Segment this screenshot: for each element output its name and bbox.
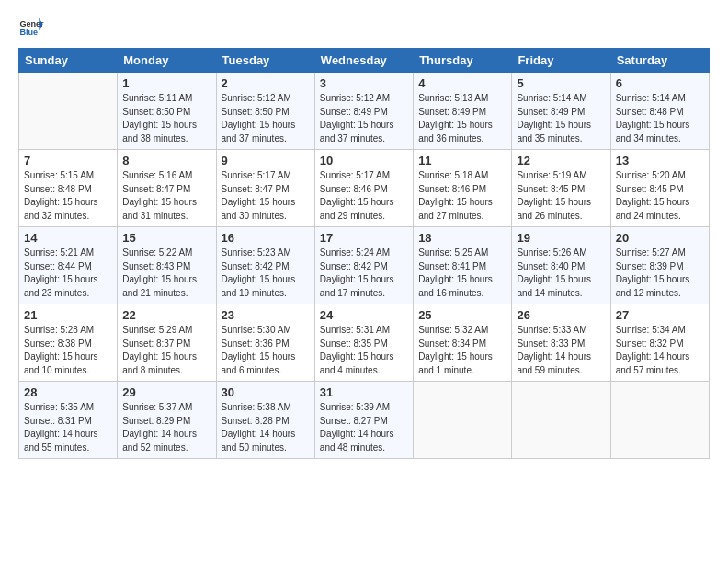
day-number: 8 xyxy=(122,154,210,167)
day-number: 19 xyxy=(517,231,605,245)
weekday-header: Friday xyxy=(512,49,610,73)
day-info: Sunrise: 5:24 AM Sunset: 8:42 PM Dayligh… xyxy=(320,247,408,300)
calendar-cell xyxy=(414,382,512,459)
calendar-cell: 13Sunrise: 5:20 AM Sunset: 8:45 PM Dayli… xyxy=(610,150,709,227)
day-info: Sunrise: 5:32 AM Sunset: 8:34 PM Dayligh… xyxy=(418,324,506,377)
calendar-cell: 10Sunrise: 5:17 AM Sunset: 8:46 PM Dayli… xyxy=(314,150,413,227)
calendar-cell: 20Sunrise: 5:27 AM Sunset: 8:39 PM Dayli… xyxy=(610,227,709,304)
svg-text:Blue: Blue xyxy=(19,28,38,37)
calendar-cell: 15Sunrise: 5:22 AM Sunset: 8:43 PM Dayli… xyxy=(118,227,216,304)
day-number: 1 xyxy=(122,76,210,90)
day-info: Sunrise: 5:18 AM Sunset: 8:46 PM Dayligh… xyxy=(418,169,506,223)
day-number: 2 xyxy=(222,76,310,90)
day-number: 16 xyxy=(222,231,310,245)
day-info: Sunrise: 5:17 AM Sunset: 8:47 PM Dayligh… xyxy=(222,169,310,223)
calendar-cell: 2Sunrise: 5:12 AM Sunset: 8:50 PM Daylig… xyxy=(216,73,314,150)
day-number: 5 xyxy=(517,76,605,90)
calendar-cell: 30Sunrise: 5:38 AM Sunset: 8:28 PM Dayli… xyxy=(216,382,314,459)
calendar-cell xyxy=(19,73,118,150)
day-info: Sunrise: 5:16 AM Sunset: 8:47 PM Dayligh… xyxy=(122,169,210,223)
calendar-cell: 31Sunrise: 5:39 AM Sunset: 8:27 PM Dayli… xyxy=(314,382,413,459)
day-info: Sunrise: 5:38 AM Sunset: 8:28 PM Dayligh… xyxy=(222,401,310,454)
day-number: 9 xyxy=(222,154,310,167)
day-info: Sunrise: 5:25 AM Sunset: 8:41 PM Dayligh… xyxy=(418,247,506,300)
day-info: Sunrise: 5:23 AM Sunset: 8:42 PM Dayligh… xyxy=(222,247,310,300)
calendar-cell: 28Sunrise: 5:35 AM Sunset: 8:31 PM Dayli… xyxy=(19,382,118,459)
day-number: 26 xyxy=(517,308,605,322)
day-info: Sunrise: 5:33 AM Sunset: 8:33 PM Dayligh… xyxy=(517,324,605,377)
day-number: 23 xyxy=(222,308,310,322)
day-info: Sunrise: 5:27 AM Sunset: 8:39 PM Dayligh… xyxy=(616,247,704,300)
calendar-cell xyxy=(610,382,709,459)
day-number: 31 xyxy=(320,385,408,399)
calendar-cell: 26Sunrise: 5:33 AM Sunset: 8:33 PM Dayli… xyxy=(512,304,610,382)
day-info: Sunrise: 5:31 AM Sunset: 8:35 PM Dayligh… xyxy=(320,324,408,377)
weekday-header: Tuesday xyxy=(216,49,314,73)
calendar-cell: 24Sunrise: 5:31 AM Sunset: 8:35 PM Dayli… xyxy=(314,304,413,382)
day-number: 24 xyxy=(320,308,408,322)
day-info: Sunrise: 5:35 AM Sunset: 8:31 PM Dayligh… xyxy=(24,401,112,454)
day-info: Sunrise: 5:29 AM Sunset: 8:37 PM Dayligh… xyxy=(122,324,210,377)
weekday-header: Wednesday xyxy=(314,49,413,73)
day-number: 3 xyxy=(320,76,408,90)
calendar-header-row: SundayMondayTuesdayWednesdayThursdayFrid… xyxy=(19,49,710,73)
day-number: 15 xyxy=(122,231,210,245)
calendar-cell: 22Sunrise: 5:29 AM Sunset: 8:37 PM Dayli… xyxy=(118,304,216,382)
calendar-cell: 21Sunrise: 5:28 AM Sunset: 8:38 PM Dayli… xyxy=(19,304,118,382)
weekday-header: Monday xyxy=(118,49,216,73)
day-number: 21 xyxy=(24,308,112,322)
day-number: 27 xyxy=(616,308,704,322)
calendar-cell: 27Sunrise: 5:34 AM Sunset: 8:32 PM Dayli… xyxy=(610,304,709,382)
calendar-week-row: 21Sunrise: 5:28 AM Sunset: 8:38 PM Dayli… xyxy=(19,304,710,382)
calendar-cell: 29Sunrise: 5:37 AM Sunset: 8:29 PM Dayli… xyxy=(118,382,216,459)
calendar-cell: 11Sunrise: 5:18 AM Sunset: 8:46 PM Dayli… xyxy=(414,150,512,227)
day-number: 6 xyxy=(616,76,704,90)
day-info: Sunrise: 5:17 AM Sunset: 8:46 PM Dayligh… xyxy=(320,169,408,223)
calendar-cell: 23Sunrise: 5:30 AM Sunset: 8:36 PM Dayli… xyxy=(216,304,314,382)
day-info: Sunrise: 5:37 AM Sunset: 8:29 PM Dayligh… xyxy=(122,401,210,454)
calendar-cell: 12Sunrise: 5:19 AM Sunset: 8:45 PM Dayli… xyxy=(512,150,610,227)
day-info: Sunrise: 5:19 AM Sunset: 8:45 PM Dayligh… xyxy=(517,169,605,223)
weekday-header: Sunday xyxy=(19,49,118,73)
calendar-cell: 14Sunrise: 5:21 AM Sunset: 8:44 PM Dayli… xyxy=(19,227,118,304)
calendar-cell: 8Sunrise: 5:16 AM Sunset: 8:47 PM Daylig… xyxy=(118,150,216,227)
calendar-cell: 1Sunrise: 5:11 AM Sunset: 8:50 PM Daylig… xyxy=(118,73,216,150)
day-number: 18 xyxy=(418,231,506,245)
day-info: Sunrise: 5:30 AM Sunset: 8:36 PM Dayligh… xyxy=(222,324,310,377)
calendar-week-row: 28Sunrise: 5:35 AM Sunset: 8:31 PM Dayli… xyxy=(19,382,710,459)
day-number: 14 xyxy=(24,231,112,245)
calendar-cell: 17Sunrise: 5:24 AM Sunset: 8:42 PM Dayli… xyxy=(314,227,413,304)
calendar-week-row: 14Sunrise: 5:21 AM Sunset: 8:44 PM Dayli… xyxy=(19,227,710,304)
day-info: Sunrise: 5:39 AM Sunset: 8:27 PM Dayligh… xyxy=(320,401,408,454)
calendar-cell xyxy=(512,382,610,459)
calendar-cell: 7Sunrise: 5:15 AM Sunset: 8:48 PM Daylig… xyxy=(19,150,118,227)
calendar-table: SundayMondayTuesdayWednesdayThursdayFrid… xyxy=(18,48,710,459)
day-info: Sunrise: 5:11 AM Sunset: 8:50 PM Dayligh… xyxy=(122,92,210,145)
day-info: Sunrise: 5:14 AM Sunset: 8:49 PM Dayligh… xyxy=(517,92,605,145)
calendar-week-row: 1Sunrise: 5:11 AM Sunset: 8:50 PM Daylig… xyxy=(19,73,710,150)
calendar-week-row: 7Sunrise: 5:15 AM Sunset: 8:48 PM Daylig… xyxy=(19,150,710,227)
page-header: General Blue xyxy=(18,15,710,40)
day-info: Sunrise: 5:26 AM Sunset: 8:40 PM Dayligh… xyxy=(517,247,605,300)
day-info: Sunrise: 5:28 AM Sunset: 8:38 PM Dayligh… xyxy=(24,324,112,377)
day-info: Sunrise: 5:12 AM Sunset: 8:50 PM Dayligh… xyxy=(222,92,310,145)
day-number: 28 xyxy=(24,385,112,399)
calendar-cell: 19Sunrise: 5:26 AM Sunset: 8:40 PM Dayli… xyxy=(512,227,610,304)
logo-icon: General Blue xyxy=(18,15,44,40)
day-info: Sunrise: 5:15 AM Sunset: 8:48 PM Dayligh… xyxy=(24,169,112,223)
calendar-cell: 3Sunrise: 5:12 AM Sunset: 8:49 PM Daylig… xyxy=(314,73,413,150)
day-info: Sunrise: 5:21 AM Sunset: 8:44 PM Dayligh… xyxy=(24,247,112,300)
weekday-header: Thursday xyxy=(414,49,512,73)
day-number: 25 xyxy=(418,308,506,322)
day-number: 17 xyxy=(320,231,408,245)
weekday-header: Saturday xyxy=(610,49,709,73)
day-info: Sunrise: 5:34 AM Sunset: 8:32 PM Dayligh… xyxy=(616,324,704,377)
calendar-cell: 18Sunrise: 5:25 AM Sunset: 8:41 PM Dayli… xyxy=(414,227,512,304)
calendar-cell: 5Sunrise: 5:14 AM Sunset: 8:49 PM Daylig… xyxy=(512,73,610,150)
day-number: 4 xyxy=(418,76,506,90)
day-number: 29 xyxy=(122,385,210,399)
day-info: Sunrise: 5:14 AM Sunset: 8:48 PM Dayligh… xyxy=(616,92,704,145)
calendar-cell: 25Sunrise: 5:32 AM Sunset: 8:34 PM Dayli… xyxy=(414,304,512,382)
day-number: 11 xyxy=(418,154,506,167)
calendar-cell: 9Sunrise: 5:17 AM Sunset: 8:47 PM Daylig… xyxy=(216,150,314,227)
